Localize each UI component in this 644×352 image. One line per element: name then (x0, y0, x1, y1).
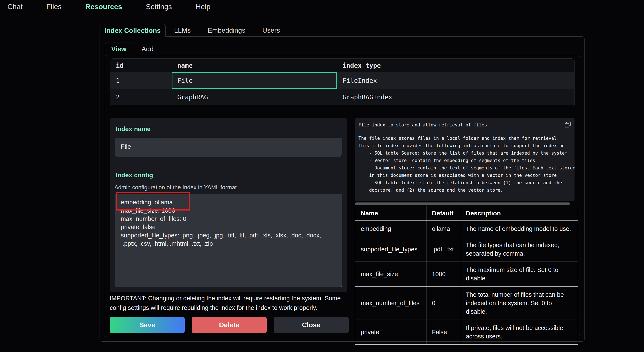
view-tab[interactable]: View (105, 42, 133, 55)
action-buttons: Save Delete Close (110, 317, 349, 333)
param-description: The file types that can be indexed, sepa… (460, 237, 578, 262)
table-row[interactable]: 2 GraphRAG GraphRAGIndex (110, 89, 574, 105)
param-default: 1000 (426, 262, 460, 286)
index-description-panel: File index to store and allow retrieval … (355, 118, 574, 201)
param-description: The total number of files that can be in… (460, 286, 578, 320)
resource-tabs: Index Collections LLMs Embeddings Users (100, 24, 288, 37)
cell-index-type[interactable]: GraphRAGIndex (337, 89, 574, 105)
cell-id[interactable]: 2 (110, 89, 172, 105)
nav-item[interactable]: Resources (85, 2, 122, 11)
params-row: max_number_of_files 0 The total number o… (355, 286, 578, 320)
params-row: private False If private, files will not… (355, 320, 578, 344)
resources-page: Chat Files Resources Settings Help Index… (0, 0, 644, 352)
param-default: .pdf, .txt (426, 237, 460, 262)
col-header-index-type: index type (337, 59, 574, 72)
params-row: embedding ollama The name of embedding m… (355, 221, 578, 237)
resource-tab[interactable]: Users (254, 24, 288, 37)
params-col-default: Default (426, 206, 460, 221)
index-collections-table: id name index type 1 File FileIndex 2 Gr… (110, 58, 574, 108)
save-button[interactable]: Save (110, 317, 185, 333)
cell-id[interactable]: 1 (110, 72, 172, 89)
params-row: max_file_size 1000 The maximum size of f… (355, 262, 578, 286)
params-row: supported_file_types .pdf, .txt The file… (355, 237, 578, 262)
nav-item[interactable]: Files (46, 2, 62, 11)
index-description-title: File index to store and allow retrieval … (358, 122, 574, 128)
important-note: IMPORTANT: Changing or deleting the inde… (110, 294, 349, 312)
param-default: 0 (426, 286, 460, 320)
top-nav: Chat Files Resources Settings Help (8, 0, 210, 13)
cell-index-type[interactable]: FileIndex (337, 72, 574, 89)
col-header-name: name (172, 59, 337, 72)
param-name: max_number_of_files (355, 286, 426, 320)
param-description: If private, files will not be accessible… (460, 320, 578, 344)
params-header-row: Name Default Description (355, 206, 578, 221)
horizontal-scrollbar[interactable] (355, 202, 570, 205)
index-config-label: Index config (116, 172, 153, 179)
index-description-body: The file index stores files in a local f… (358, 135, 574, 194)
resource-tab[interactable]: Index Collections (100, 24, 166, 37)
nav-item[interactable]: Chat (8, 2, 23, 11)
param-name: max_file_size (355, 262, 426, 286)
param-default: False (426, 320, 460, 344)
param-description: The name of embedding model to use. (460, 221, 578, 237)
col-header-id: id (110, 59, 172, 72)
cell-name[interactable]: File (172, 72, 337, 89)
config-hint: Admin configuration of the Index in YAML… (114, 184, 237, 191)
delete-button[interactable]: Delete (192, 317, 267, 333)
param-default: ollama (426, 221, 460, 237)
params-col-name: Name (355, 206, 426, 221)
params-col-description: Description (460, 206, 578, 221)
index-params-table: Name Default Description embedding ollam… (355, 206, 578, 344)
resource-tab[interactable]: Embeddings (199, 24, 254, 37)
index-table-header: id name index type (110, 59, 574, 72)
param-description: The maximum size of file. Set 0 to disab… (460, 262, 578, 286)
param-name: supported_file_types (355, 237, 426, 262)
resource-tab[interactable]: LLMs (166, 24, 199, 37)
nav-item[interactable]: Help (196, 2, 210, 11)
param-name: private (355, 320, 426, 344)
view-add-tabs: View Add (105, 42, 162, 55)
table-row[interactable]: 1 File FileIndex (110, 72, 574, 89)
index-name-input[interactable]: File (115, 138, 342, 157)
cell-name[interactable]: GraphRAG (172, 89, 337, 105)
nav-item[interactable]: Settings (146, 2, 172, 11)
index-config-input[interactable]: embedding: ollama max_file_size: 1000 ma… (115, 194, 342, 287)
close-button[interactable]: Close (274, 317, 349, 333)
index-name-label: Index name (116, 126, 150, 132)
index-editor-card: Index name File Index config Admin confi… (110, 118, 348, 292)
view-tab[interactable]: Add (133, 42, 162, 55)
param-name: embedding (355, 221, 426, 237)
copy-icon[interactable] (564, 121, 572, 128)
